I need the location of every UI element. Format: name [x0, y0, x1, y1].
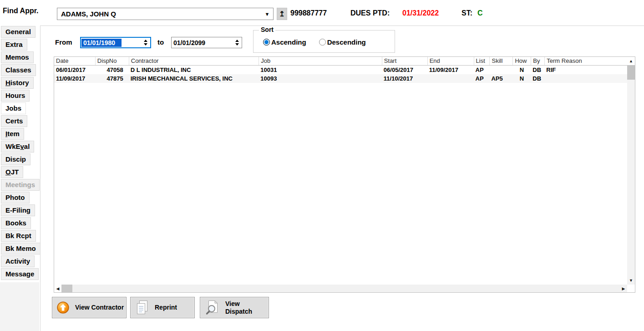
- ascending-radio[interactable]: [263, 39, 270, 46]
- tab-e-filing[interactable]: E-Filing: [1, 204, 35, 216]
- descending-label: Descending: [327, 38, 366, 46]
- documents-icon: [135, 300, 149, 315]
- status-label: ST:: [461, 9, 472, 17]
- view-dispatch-button[interactable]: View Dispatch: [200, 297, 269, 318]
- descending-radio[interactable]: [319, 39, 326, 46]
- scroll-up-icon[interactable]: ▲: [627, 57, 635, 65]
- cell-skill: AP5: [489, 74, 512, 83]
- member-name-combobox[interactable]: ADAMS, JOHN Q ▼: [57, 8, 274, 20]
- jobs-tab-page: From 01/01/1980 to 01/01/2099 Sort Ascen…: [40, 25, 644, 331]
- cell-how: N: [512, 74, 531, 83]
- cell-dispno: 47875: [95, 74, 129, 83]
- column-header-start[interactable]: Start: [382, 57, 427, 65]
- member-name-value: ADAMS, JOHN Q: [57, 10, 261, 18]
- cell-term-reason: [544, 74, 627, 83]
- tab-certs[interactable]: Certs: [1, 115, 27, 127]
- from-date-spinner[interactable]: [144, 40, 147, 46]
- grid-header-row[interactable]: DateDispNoContractorJobStartEndListSkill…: [54, 57, 627, 66]
- spinner-up-icon[interactable]: [235, 40, 239, 42]
- tab-discip[interactable]: Discip: [1, 153, 30, 165]
- cell-start: 11/10/2017: [382, 74, 427, 83]
- to-date-spinner[interactable]: [235, 40, 239, 46]
- tab-jobs[interactable]: Jobs: [1, 102, 26, 114]
- from-date-value: 01/01/1980: [81, 39, 122, 47]
- tab-hours[interactable]: Hours: [1, 90, 30, 102]
- tab-classes[interactable]: Classes: [1, 64, 36, 76]
- cell-job: 10093: [259, 74, 382, 83]
- horizontal-scroll-track[interactable]: [72, 285, 620, 292]
- column-header-dispno[interactable]: DispNo: [95, 57, 129, 65]
- reprint-button[interactable]: Reprint: [130, 297, 195, 318]
- dues-ptd-label: DUES PTD:: [350, 9, 390, 17]
- spinner-up-icon[interactable]: [144, 40, 147, 42]
- tab-books[interactable]: Books: [1, 217, 31, 229]
- orange-up-arrow-icon: [57, 301, 69, 314]
- cell-date: 06/01/2017: [54, 66, 95, 74]
- cell-end: 11/09/2017: [427, 66, 474, 74]
- ascending-label: Ascending: [271, 38, 306, 46]
- tab-bk-rcpt[interactable]: Bk Rcpt: [1, 230, 36, 242]
- tab-wkeval[interactable]: WkEval: [1, 141, 34, 153]
- tab-item[interactable]: Item: [1, 128, 24, 140]
- tab-message[interactable]: Message: [1, 268, 39, 280]
- column-header-skill[interactable]: Skill: [489, 57, 512, 65]
- column-header-end[interactable]: End: [427, 57, 474, 65]
- spinner-down-icon[interactable]: [235, 43, 239, 46]
- vertical-scroll-thumb[interactable]: [627, 65, 635, 80]
- column-header-by[interactable]: By: [531, 57, 544, 65]
- cell-by: DB: [531, 74, 544, 83]
- from-label: From: [55, 38, 72, 46]
- spinner-down-icon[interactable]: [144, 43, 147, 46]
- sidebar-tab-strip: GeneralExtraMemosClassesHistoryHoursJobs…: [0, 26, 40, 281]
- vertical-scroll-track[interactable]: [627, 80, 635, 276]
- lookup-up-arrow-button[interactable]: ↥: [277, 8, 287, 20]
- cell-job: 10031: [259, 66, 382, 74]
- find-appr-label: Find Appr.: [3, 7, 39, 15]
- tab-bk-memo[interactable]: Bk Memo: [1, 243, 41, 255]
- column-header-contractor[interactable]: Contractor: [129, 57, 259, 65]
- cell-date: 11/09/2017: [54, 74, 95, 83]
- cell-contractor: IRISH MECHANICAL SERVICES, INC: [129, 74, 259, 83]
- to-date-value: 01/01/2099: [172, 39, 205, 46]
- vertical-scrollbar[interactable]: ▲ ▼: [627, 57, 635, 285]
- horizontal-scrollbar[interactable]: ◀ ▶: [54, 285, 627, 292]
- column-header-list[interactable]: List: [474, 57, 490, 65]
- scroll-down-icon[interactable]: ▼: [627, 276, 635, 285]
- tab-extra[interactable]: Extra: [1, 39, 27, 51]
- chevron-down-icon[interactable]: ▼: [261, 11, 273, 17]
- scrollbar-corner: [627, 285, 635, 292]
- tab-history[interactable]: History: [1, 77, 34, 89]
- reprint-label: Reprint: [155, 304, 177, 311]
- dispatch-grid: DateDispNoContractorJobStartEndListSkill…: [54, 56, 635, 293]
- grid-rows: 06/01/201747058D L INDUSTRIAL, INC100310…: [54, 66, 627, 83]
- to-date-input[interactable]: 01/01/2099: [171, 37, 242, 48]
- dispatch-grid-body[interactable]: DateDispNoContractorJobStartEndListSkill…: [54, 57, 627, 285]
- table-row[interactable]: 06/01/201747058D L INDUSTRIAL, INC100310…: [54, 66, 627, 74]
- cell-by: DB: [531, 66, 544, 74]
- member-id: 999887777: [290, 9, 327, 17]
- tab-memos[interactable]: Memos: [1, 51, 34, 63]
- column-header-how[interactable]: How: [512, 57, 531, 65]
- tab-general[interactable]: General: [1, 26, 35, 38]
- tab-ojt[interactable]: OJT: [1, 166, 23, 178]
- cell-how: N: [512, 66, 531, 74]
- from-date-input[interactable]: 01/01/1980: [80, 37, 151, 48]
- sidebar-footer: [0, 282, 39, 331]
- dues-ptd-value: 01/31/2022: [402, 9, 439, 17]
- cell-skill: [489, 66, 512, 74]
- cell-contractor: D L INDUSTRIAL, INC: [129, 66, 259, 74]
- column-header-term-reason[interactable]: Term Reason: [544, 57, 627, 65]
- horizontal-scroll-thumb[interactable]: [61, 285, 72, 292]
- tab-activity[interactable]: Activity: [1, 255, 35, 267]
- cell-dispno: 47058: [95, 66, 129, 74]
- column-header-date[interactable]: Date: [54, 57, 95, 65]
- cell-list: AP: [474, 74, 490, 83]
- column-header-job[interactable]: Job: [259, 57, 382, 65]
- tab-photo[interactable]: Photo: [1, 192, 30, 204]
- view-contractor-label: View Contractor: [75, 304, 124, 311]
- sort-groupbox: Sort Ascending Descending: [253, 30, 395, 53]
- scroll-right-icon[interactable]: ▶: [620, 285, 627, 292]
- scroll-left-icon[interactable]: ◀: [54, 285, 61, 292]
- view-contractor-button[interactable]: View Contractor: [52, 297, 127, 318]
- table-row[interactable]: 11/09/201747875IRISH MECHANICAL SERVICES…: [54, 74, 627, 83]
